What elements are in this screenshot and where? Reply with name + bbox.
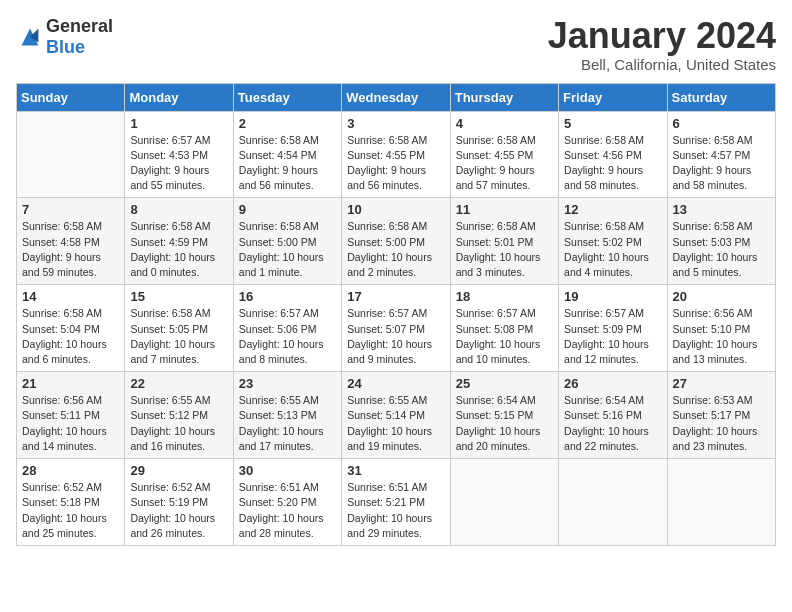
day-cell	[450, 459, 558, 546]
day-cell: 11Sunrise: 6:58 AM Sunset: 5:01 PM Dayli…	[450, 198, 558, 285]
day-number: 11	[456, 202, 553, 217]
header-cell-friday: Friday	[559, 83, 667, 111]
day-info: Sunrise: 6:58 AM Sunset: 4:55 PM Dayligh…	[456, 133, 553, 194]
day-info: Sunrise: 6:58 AM Sunset: 5:05 PM Dayligh…	[130, 306, 227, 367]
day-number: 7	[22, 202, 119, 217]
day-info: Sunrise: 6:54 AM Sunset: 5:15 PM Dayligh…	[456, 393, 553, 454]
day-info: Sunrise: 6:58 AM Sunset: 5:02 PM Dayligh…	[564, 219, 661, 280]
day-cell: 20Sunrise: 6:56 AM Sunset: 5:10 PM Dayli…	[667, 285, 775, 372]
header-cell-thursday: Thursday	[450, 83, 558, 111]
day-number: 8	[130, 202, 227, 217]
day-number: 26	[564, 376, 661, 391]
day-info: Sunrise: 6:51 AM Sunset: 5:21 PM Dayligh…	[347, 480, 444, 541]
day-cell: 28Sunrise: 6:52 AM Sunset: 5:18 PM Dayli…	[17, 459, 125, 546]
day-cell: 19Sunrise: 6:57 AM Sunset: 5:09 PM Dayli…	[559, 285, 667, 372]
day-cell: 17Sunrise: 6:57 AM Sunset: 5:07 PM Dayli…	[342, 285, 450, 372]
day-cell: 31Sunrise: 6:51 AM Sunset: 5:21 PM Dayli…	[342, 459, 450, 546]
day-info: Sunrise: 6:55 AM Sunset: 5:13 PM Dayligh…	[239, 393, 336, 454]
calendar-subtitle: Bell, California, United States	[548, 56, 776, 73]
day-number: 15	[130, 289, 227, 304]
day-cell: 9Sunrise: 6:58 AM Sunset: 5:00 PM Daylig…	[233, 198, 341, 285]
week-row-1: 1Sunrise: 6:57 AM Sunset: 4:53 PM Daylig…	[17, 111, 776, 198]
day-cell: 13Sunrise: 6:58 AM Sunset: 5:03 PM Dayli…	[667, 198, 775, 285]
calendar-table: SundayMondayTuesdayWednesdayThursdayFrid…	[16, 83, 776, 546]
day-cell: 14Sunrise: 6:58 AM Sunset: 5:04 PM Dayli…	[17, 285, 125, 372]
header-cell-saturday: Saturday	[667, 83, 775, 111]
logo-text-blue: Blue	[46, 37, 113, 58]
day-info: Sunrise: 6:55 AM Sunset: 5:12 PM Dayligh…	[130, 393, 227, 454]
day-number: 25	[456, 376, 553, 391]
day-info: Sunrise: 6:58 AM Sunset: 5:04 PM Dayligh…	[22, 306, 119, 367]
day-info: Sunrise: 6:51 AM Sunset: 5:20 PM Dayligh…	[239, 480, 336, 541]
day-number: 3	[347, 116, 444, 131]
day-cell: 12Sunrise: 6:58 AM Sunset: 5:02 PM Dayli…	[559, 198, 667, 285]
day-number: 29	[130, 463, 227, 478]
week-row-5: 28Sunrise: 6:52 AM Sunset: 5:18 PM Dayli…	[17, 459, 776, 546]
week-row-2: 7Sunrise: 6:58 AM Sunset: 4:58 PM Daylig…	[17, 198, 776, 285]
day-number: 10	[347, 202, 444, 217]
day-info: Sunrise: 6:55 AM Sunset: 5:14 PM Dayligh…	[347, 393, 444, 454]
day-number: 24	[347, 376, 444, 391]
day-info: Sunrise: 6:52 AM Sunset: 5:19 PM Dayligh…	[130, 480, 227, 541]
day-info: Sunrise: 6:58 AM Sunset: 5:00 PM Dayligh…	[347, 219, 444, 280]
day-cell: 3Sunrise: 6:58 AM Sunset: 4:55 PM Daylig…	[342, 111, 450, 198]
day-cell: 18Sunrise: 6:57 AM Sunset: 5:08 PM Dayli…	[450, 285, 558, 372]
week-row-3: 14Sunrise: 6:58 AM Sunset: 5:04 PM Dayli…	[17, 285, 776, 372]
day-cell: 15Sunrise: 6:58 AM Sunset: 5:05 PM Dayli…	[125, 285, 233, 372]
day-cell	[667, 459, 775, 546]
day-info: Sunrise: 6:57 AM Sunset: 5:09 PM Dayligh…	[564, 306, 661, 367]
day-number: 12	[564, 202, 661, 217]
day-number: 14	[22, 289, 119, 304]
day-cell: 29Sunrise: 6:52 AM Sunset: 5:19 PM Dayli…	[125, 459, 233, 546]
week-row-4: 21Sunrise: 6:56 AM Sunset: 5:11 PM Dayli…	[17, 372, 776, 459]
day-info: Sunrise: 6:58 AM Sunset: 4:59 PM Dayligh…	[130, 219, 227, 280]
header-cell-sunday: Sunday	[17, 83, 125, 111]
day-info: Sunrise: 6:58 AM Sunset: 4:54 PM Dayligh…	[239, 133, 336, 194]
header-cell-monday: Monday	[125, 83, 233, 111]
day-cell: 22Sunrise: 6:55 AM Sunset: 5:12 PM Dayli…	[125, 372, 233, 459]
day-cell: 10Sunrise: 6:58 AM Sunset: 5:00 PM Dayli…	[342, 198, 450, 285]
day-number: 6	[673, 116, 770, 131]
day-number: 18	[456, 289, 553, 304]
logo: General Blue	[16, 16, 113, 58]
logo-text-general: General	[46, 16, 113, 37]
day-number: 17	[347, 289, 444, 304]
day-number: 28	[22, 463, 119, 478]
day-info: Sunrise: 6:53 AM Sunset: 5:17 PM Dayligh…	[673, 393, 770, 454]
header-cell-wednesday: Wednesday	[342, 83, 450, 111]
day-number: 2	[239, 116, 336, 131]
day-info: Sunrise: 6:58 AM Sunset: 5:03 PM Dayligh…	[673, 219, 770, 280]
day-cell: 27Sunrise: 6:53 AM Sunset: 5:17 PM Dayli…	[667, 372, 775, 459]
day-cell: 8Sunrise: 6:58 AM Sunset: 4:59 PM Daylig…	[125, 198, 233, 285]
day-number: 23	[239, 376, 336, 391]
day-info: Sunrise: 6:58 AM Sunset: 5:00 PM Dayligh…	[239, 219, 336, 280]
header-row: SundayMondayTuesdayWednesdayThursdayFrid…	[17, 83, 776, 111]
day-cell: 5Sunrise: 6:58 AM Sunset: 4:56 PM Daylig…	[559, 111, 667, 198]
day-number: 31	[347, 463, 444, 478]
day-number: 19	[564, 289, 661, 304]
day-number: 5	[564, 116, 661, 131]
header-cell-tuesday: Tuesday	[233, 83, 341, 111]
day-info: Sunrise: 6:57 AM Sunset: 5:07 PM Dayligh…	[347, 306, 444, 367]
day-info: Sunrise: 6:56 AM Sunset: 5:10 PM Dayligh…	[673, 306, 770, 367]
logo-icon	[16, 23, 44, 51]
day-number: 30	[239, 463, 336, 478]
day-number: 4	[456, 116, 553, 131]
day-number: 21	[22, 376, 119, 391]
day-info: Sunrise: 6:58 AM Sunset: 4:56 PM Dayligh…	[564, 133, 661, 194]
day-info: Sunrise: 6:58 AM Sunset: 4:57 PM Dayligh…	[673, 133, 770, 194]
day-cell	[17, 111, 125, 198]
day-info: Sunrise: 6:58 AM Sunset: 4:55 PM Dayligh…	[347, 133, 444, 194]
day-cell: 30Sunrise: 6:51 AM Sunset: 5:20 PM Dayli…	[233, 459, 341, 546]
day-info: Sunrise: 6:52 AM Sunset: 5:18 PM Dayligh…	[22, 480, 119, 541]
day-number: 20	[673, 289, 770, 304]
day-cell: 26Sunrise: 6:54 AM Sunset: 5:16 PM Dayli…	[559, 372, 667, 459]
day-info: Sunrise: 6:58 AM Sunset: 5:01 PM Dayligh…	[456, 219, 553, 280]
day-number: 27	[673, 376, 770, 391]
day-cell: 2Sunrise: 6:58 AM Sunset: 4:54 PM Daylig…	[233, 111, 341, 198]
day-cell: 16Sunrise: 6:57 AM Sunset: 5:06 PM Dayli…	[233, 285, 341, 372]
day-info: Sunrise: 6:56 AM Sunset: 5:11 PM Dayligh…	[22, 393, 119, 454]
day-number: 13	[673, 202, 770, 217]
day-number: 9	[239, 202, 336, 217]
title-block: January 2024 Bell, California, United St…	[548, 16, 776, 73]
